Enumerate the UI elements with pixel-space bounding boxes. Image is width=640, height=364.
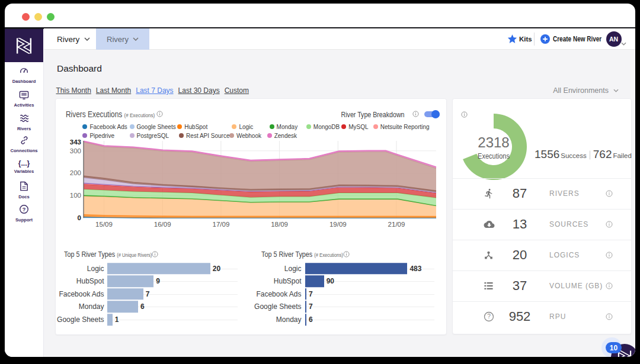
svg-text:?: ? [487,313,491,320]
svg-text:?: ? [23,207,26,212]
svg-text:21/09: 21/09 [388,221,405,228]
svg-text:15/09: 15/09 [95,221,113,228]
svg-text:0: 0 [78,214,81,221]
svg-text:16/09: 16/09 [154,221,171,228]
svg-text:300: 300 [70,147,81,154]
svg-text:343: 343 [70,138,81,146]
svg-text:100: 100 [70,192,81,199]
svg-text:200: 200 [70,169,81,176]
svg-text:18/09: 18/09 [271,221,288,228]
svg-text:17/09: 17/09 [213,221,230,228]
svg-text:19/09: 19/09 [329,221,347,228]
